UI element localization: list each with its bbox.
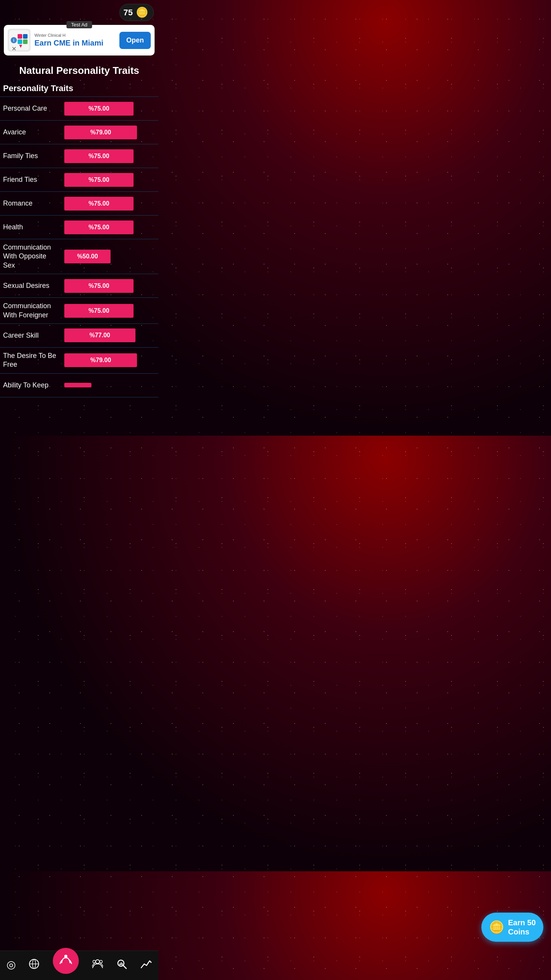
ad-banner: Test Ad i Winter Clinical H Earn CME in … xyxy=(4,25,155,56)
trait-name: The Desire To Be Free xyxy=(0,348,61,373)
ad-small-text: Winter Clinical H xyxy=(34,33,116,38)
trait-bar-container: %77.00 xyxy=(61,325,158,345)
trait-bar-container: %75.00 xyxy=(61,276,158,296)
trait-name: Sexual Desires xyxy=(0,278,61,294)
trait-row: Family Ties%75.00 xyxy=(0,144,158,168)
trait-bar: %50.00 xyxy=(64,250,111,263)
trait-name: Ability To Keep xyxy=(0,377,61,394)
page-title: Natural Personality Traits xyxy=(0,59,158,80)
svg-rect-6 xyxy=(23,39,28,44)
trait-row: The Desire To Be Free%79.00 xyxy=(0,348,158,374)
trait-name: Friend Ties xyxy=(0,172,61,188)
traits-container: Personal Care%75.00Avarice%79.00Family T… xyxy=(0,97,158,397)
trait-name: Personal Care xyxy=(0,100,61,117)
traits-list: Personality Traits Personal Care%75.00Av… xyxy=(0,80,158,397)
ad-info: Winter Clinical H Earn CME in Miami xyxy=(34,33,116,47)
trait-name: Communication With Foreigner xyxy=(0,298,61,323)
trait-bar: %77.00 xyxy=(64,328,135,342)
trait-name: Health xyxy=(0,219,61,235)
coins-badge: 75 🪙 xyxy=(119,4,154,21)
trait-row: Avarice%79.00 xyxy=(0,121,158,144)
coins-count: 75 xyxy=(124,8,133,18)
ad-close-icon[interactable]: ✕ xyxy=(11,45,16,52)
trait-bar-container: %79.00 xyxy=(61,122,158,142)
trait-bar: %79.00 xyxy=(64,353,137,367)
trait-name: Romance xyxy=(0,195,61,212)
trait-bar: %75.00 xyxy=(64,102,134,116)
content-area: Natural Personality Traits Personality T… xyxy=(0,59,158,436)
trait-bar-container: %75.00 xyxy=(61,194,158,214)
coin-icon: 🪙 xyxy=(136,7,148,18)
ad-label: Test Ad xyxy=(67,21,92,28)
svg-rect-3 xyxy=(18,34,22,39)
trait-bar: %75.00 xyxy=(64,197,134,211)
trait-bar: %75.00 xyxy=(64,149,134,163)
trait-bar xyxy=(64,383,91,387)
svg-rect-4 xyxy=(23,34,28,39)
trait-name: Family Ties xyxy=(0,148,61,164)
trait-row: Sexual Desires%75.00 xyxy=(0,274,158,298)
ad-logo: i xyxy=(8,29,31,52)
trait-row: Career Skill%77.00 xyxy=(0,324,158,348)
trait-row: Communication With Foreigner%75.00 xyxy=(0,298,158,324)
trait-bar-container: %75.00 xyxy=(61,99,158,119)
ad-main-text: Earn CME in Miami xyxy=(34,38,116,47)
trait-row: Personal Care%75.00 xyxy=(0,97,158,121)
svg-text:i: i xyxy=(13,38,15,42)
trait-row: Romance%75.00 xyxy=(0,192,158,216)
trait-bar: %75.00 xyxy=(64,220,134,234)
trait-bar-container: %79.00 xyxy=(61,350,158,370)
trait-name: Career Skill xyxy=(0,327,61,344)
trait-row: Health%75.00 xyxy=(0,216,158,239)
trait-bar-container: %75.00 xyxy=(61,170,158,190)
trait-bar-container: %75.00 xyxy=(61,146,158,166)
trait-bar-container: %75.00 xyxy=(61,301,158,321)
trait-bar: %75.00 xyxy=(64,173,134,187)
section-header: Personality Traits xyxy=(0,80,158,97)
trait-bar-container xyxy=(61,380,158,390)
trait-bar-container: %75.00 xyxy=(61,217,158,237)
trait-row: Communication With Opposite Sex%50.00 xyxy=(0,239,158,274)
trait-row: Friend Ties%75.00 xyxy=(0,168,158,192)
ad-open-button[interactable]: Open xyxy=(119,32,151,49)
trait-name: Avarice xyxy=(0,124,61,140)
trait-bar: %75.00 xyxy=(64,279,134,293)
trait-row: Ability To Keep xyxy=(0,374,158,397)
trait-name: Communication With Opposite Sex xyxy=(0,239,61,274)
trait-bar: %79.00 xyxy=(64,126,137,139)
trait-bar-container: %50.00 xyxy=(61,247,158,266)
trait-bar: %75.00 xyxy=(64,304,134,318)
svg-rect-5 xyxy=(18,39,22,44)
